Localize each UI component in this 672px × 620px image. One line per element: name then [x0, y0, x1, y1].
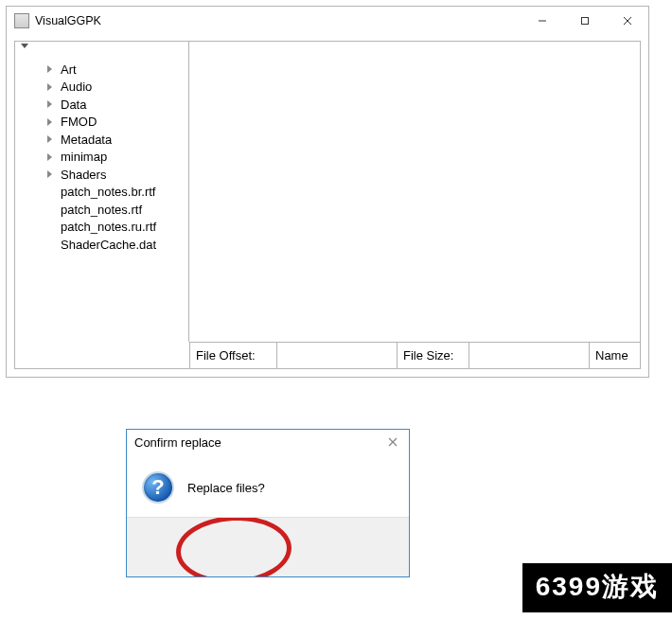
maximize-icon	[580, 16, 590, 26]
tree-item[interactable]: Art	[47, 61, 188, 79]
tree-item[interactable]: Data	[47, 96, 188, 114]
tree-item-label: Art	[61, 62, 77, 77]
minimize-icon	[538, 16, 547, 26]
name-label-cell: Name	[589, 342, 640, 368]
file-size-value-cell	[469, 342, 589, 368]
expand-icon[interactable]	[47, 170, 57, 178]
file-size-label-cell: File Size:	[397, 342, 469, 368]
dialog-title: Confirm replace	[134, 435, 382, 450]
status-bar: File Offset: File Size: Name	[189, 342, 640, 368]
tree-item[interactable]: patch_notes.br.rtf	[47, 184, 188, 202]
tree-item[interactable]: ShaderCache.dat	[47, 236, 188, 254]
dialog-button-row	[127, 518, 409, 576]
expand-icon[interactable]	[47, 135, 57, 143]
window-title: VisualGGPK	[35, 14, 101, 27]
tree-item[interactable]: Shaders	[47, 166, 188, 184]
tree-item-label: Metadata	[61, 133, 112, 147]
expand-icon[interactable]	[47, 83, 57, 91]
dialog-body: ? Replace files?	[127, 454, 409, 518]
confirm-replace-dialog: Confirm replace ? Replace files?	[126, 429, 410, 577]
main-window: VisualGGPK ArtAudioDataFMODMetadataminim…	[6, 6, 649, 378]
svg-rect-1	[581, 18, 588, 25]
expand-icon[interactable]	[47, 100, 57, 108]
file-size-value	[469, 343, 589, 368]
minimize-button[interactable]	[521, 8, 563, 34]
app-icon	[14, 13, 29, 28]
tree-pane[interactable]: ArtAudioDataFMODMetadataminimapShaderspa…	[15, 42, 189, 342]
tree-item-label: Audio	[61, 80, 92, 94]
expand-icon[interactable]	[47, 118, 57, 126]
client-area: ArtAudioDataFMODMetadataminimapShaderspa…	[14, 41, 641, 369]
question-icon: ?	[142, 471, 174, 504]
tree-list: ArtAudioDataFMODMetadataminimapShaderspa…	[47, 61, 188, 254]
file-offset-value-cell	[276, 342, 397, 368]
tree-item-label: Shaders	[61, 168, 106, 182]
tree-item[interactable]: FMOD	[47, 114, 188, 132]
expand-icon[interactable]	[47, 65, 57, 73]
tree-item-label: Data	[61, 97, 86, 112]
close-icon	[388, 437, 398, 447]
titlebar[interactable]: VisualGGPK	[7, 7, 648, 35]
tree-item[interactable]: Metadata	[47, 131, 188, 149]
annotation-circle	[174, 518, 293, 576]
name-label: Name	[590, 348, 634, 363]
dialog-close-button[interactable]	[382, 433, 403, 452]
root-expand-icon[interactable]	[21, 44, 28, 48]
maximize-button[interactable]	[563, 8, 606, 34]
tree-item[interactable]: patch_notes.ru.rtf	[47, 219, 188, 237]
tree-item[interactable]: Audio	[47, 79, 188, 97]
dialog-titlebar[interactable]: Confirm replace	[127, 430, 409, 454]
close-button[interactable]	[606, 8, 648, 34]
tree-item-label: patch_notes.br.rtf	[61, 185, 155, 199]
watermark: 6399游戏	[522, 563, 672, 612]
tree-item-label: minimap	[61, 150, 107, 164]
dialog-message: Replace files?	[187, 481, 265, 495]
tree-item-label: FMOD	[61, 115, 97, 129]
file-size-label: File Size:	[398, 348, 459, 363]
tree-item-label: patch_notes.ru.rtf	[61, 220, 156, 234]
tree-item[interactable]: patch_notes.rtf	[47, 201, 188, 219]
file-offset-label-cell: File Offset:	[189, 342, 276, 368]
file-offset-value	[277, 343, 397, 368]
tree-item[interactable]: minimap	[47, 149, 188, 167]
tree-item-label: patch_notes.rtf	[61, 203, 142, 217]
content-pane	[189, 42, 640, 342]
close-icon	[623, 16, 632, 26]
expand-icon[interactable]	[47, 153, 57, 161]
tree-item-label: ShaderCache.dat	[61, 238, 156, 252]
file-offset-label: File Offset:	[190, 348, 261, 363]
